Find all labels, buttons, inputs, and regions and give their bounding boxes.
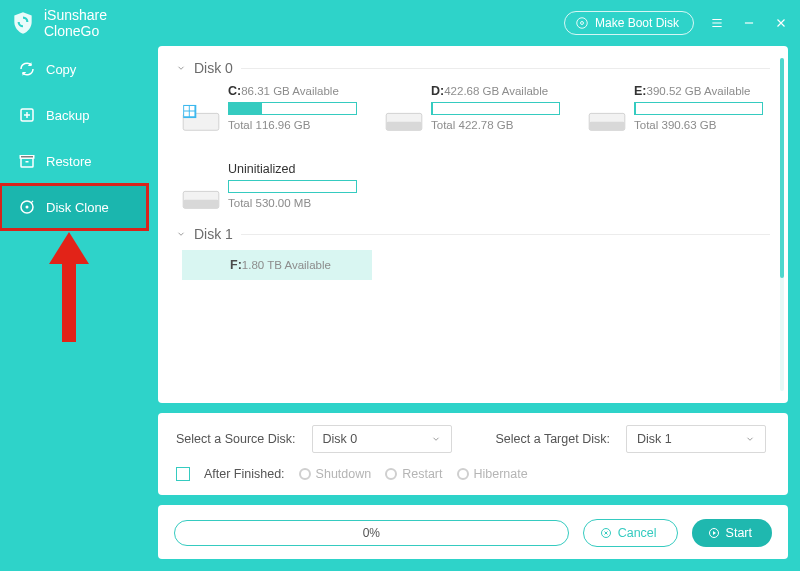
close-button[interactable] xyxy=(772,14,790,32)
source-disk-dropdown[interactable]: Disk 0 xyxy=(312,425,452,453)
sidebar-item-copy[interactable]: Copy xyxy=(0,46,148,92)
drive-icon xyxy=(385,104,423,134)
button-label: Cancel xyxy=(618,526,657,540)
drive-avail: 390.52 GB Available xyxy=(647,85,751,97)
radio-label: Hibernate xyxy=(474,467,528,481)
main-area: Disk 0 C:86.31 GB Available Total 116.96… xyxy=(158,46,788,559)
radio-icon xyxy=(457,468,469,480)
svg-rect-14 xyxy=(183,200,219,208)
radio-restart[interactable]: Restart xyxy=(385,467,442,481)
disk-header-0[interactable]: Disk 0 xyxy=(176,60,770,76)
svg-point-5 xyxy=(26,206,29,209)
after-finished-label: After Finished: xyxy=(204,467,285,481)
refresh-icon xyxy=(18,60,36,78)
disk-header-1[interactable]: Disk 1 xyxy=(176,226,770,242)
cd-icon xyxy=(575,16,589,30)
drive-icon xyxy=(182,182,220,212)
target-disk-label: Select a Target Disk: xyxy=(496,432,610,446)
drive-avail: 422.68 GB Available xyxy=(444,85,548,97)
disk-clone-icon xyxy=(18,198,36,216)
partitions-row-1: F:1.80 TB Available xyxy=(182,250,770,280)
os-drive-icon xyxy=(182,104,220,134)
drive-avail: 1.80 TB Available xyxy=(242,259,331,271)
cancel-icon xyxy=(600,527,612,539)
partitions-row-0: C:86.31 GB Available Total 116.96 GB D:4… xyxy=(182,84,770,212)
selection-panel: Select a Source Disk: Disk 0 Select a Ta… xyxy=(158,413,788,495)
drive-total: Total 390.63 GB xyxy=(634,119,763,131)
disk-name: Disk 0 xyxy=(194,60,233,76)
radio-label: Shutdown xyxy=(316,467,372,481)
cancel-button[interactable]: Cancel xyxy=(583,519,678,547)
chevron-down-icon xyxy=(176,63,186,73)
scrollbar-thumb[interactable] xyxy=(780,58,784,278)
disk-list-panel: Disk 0 C:86.31 GB Available Total 116.96… xyxy=(158,46,788,403)
divider xyxy=(241,234,770,235)
sidebar-item-label: Disk Clone xyxy=(46,200,109,215)
close-icon xyxy=(774,16,788,30)
svg-point-1 xyxy=(581,22,584,25)
drive-avail: 86.31 GB Available xyxy=(241,85,339,97)
usage-bar xyxy=(228,180,357,193)
drive-total: Total 530.00 MB xyxy=(228,197,357,209)
minimize-button[interactable] xyxy=(740,14,758,32)
button-label: Start xyxy=(726,526,752,540)
usage-bar xyxy=(634,102,763,115)
start-button[interactable]: Start xyxy=(692,519,772,547)
footer-panel: 0% Cancel Start xyxy=(158,505,788,559)
drive-letter: D: xyxy=(431,84,444,98)
sidebar: Copy Backup Restore Disk Clone xyxy=(0,46,148,571)
sidebar-item-label: Restore xyxy=(46,154,92,169)
radio-hibernate[interactable]: Hibernate xyxy=(457,467,528,481)
dropdown-value: Disk 0 xyxy=(323,432,358,446)
drive-avail: Uninitialized xyxy=(228,162,295,176)
drive-icon xyxy=(588,104,626,134)
minimize-icon xyxy=(742,16,756,30)
archive-icon xyxy=(18,152,36,170)
dropdown-value: Disk 1 xyxy=(637,432,672,446)
progress-text: 0% xyxy=(363,526,380,540)
svg-rect-12 xyxy=(589,122,625,130)
drive-letter: C: xyxy=(228,84,241,98)
make-boot-label: Make Boot Disk xyxy=(595,16,679,30)
partition-item[interactable]: Uninitialized Total 530.00 MB xyxy=(182,162,357,212)
partition-item[interactable]: C:86.31 GB Available Total 116.96 GB xyxy=(182,84,357,134)
partition-item[interactable]: E:390.52 GB Available Total 390.63 GB xyxy=(588,84,763,134)
partition-item[interactable]: D:422.68 GB Available Total 422.78 GB xyxy=(385,84,560,134)
drive-letter: E: xyxy=(634,84,647,98)
progress-bar: 0% xyxy=(174,520,569,546)
shield-sync-icon xyxy=(10,10,36,36)
menu-icon xyxy=(710,16,724,30)
chevron-down-icon xyxy=(176,229,186,239)
make-boot-disk-button[interactable]: Make Boot Disk xyxy=(564,11,694,35)
svg-rect-10 xyxy=(386,122,422,130)
radio-shutdown[interactable]: Shutdown xyxy=(299,467,372,481)
sidebar-item-label: Backup xyxy=(46,108,89,123)
radio-label: Restart xyxy=(402,467,442,481)
plus-box-icon xyxy=(18,106,36,124)
chevron-down-icon xyxy=(431,434,441,444)
app-logo: iSunshare CloneGo xyxy=(10,7,107,39)
titlebar: iSunshare CloneGo Make Boot Disk xyxy=(0,0,800,46)
drive-total: Total 116.96 GB xyxy=(228,119,357,131)
after-finished-checkbox[interactable] xyxy=(176,467,190,481)
brand-line2: CloneGo xyxy=(44,23,107,39)
sidebar-item-disk-clone[interactable]: Disk Clone xyxy=(0,184,148,230)
menu-button[interactable] xyxy=(708,14,726,32)
usage-bar xyxy=(431,102,560,115)
usage-bar xyxy=(228,102,357,115)
divider xyxy=(241,68,770,69)
sidebar-item-restore[interactable]: Restore xyxy=(0,138,148,184)
drive-letter: F: xyxy=(230,258,242,272)
target-disk-dropdown[interactable]: Disk 1 xyxy=(626,425,766,453)
source-disk-label: Select a Source Disk: xyxy=(176,432,296,446)
disk-name: Disk 1 xyxy=(194,226,233,242)
sidebar-item-backup[interactable]: Backup xyxy=(0,92,148,138)
sidebar-item-label: Copy xyxy=(46,62,76,77)
svg-point-0 xyxy=(577,18,588,29)
radio-icon xyxy=(385,468,397,480)
radio-icon xyxy=(299,468,311,480)
play-icon xyxy=(708,527,720,539)
drive-total: Total 422.78 GB xyxy=(431,119,560,131)
brand-line1: iSunshare xyxy=(44,7,107,23)
partition-item-selected[interactable]: F:1.80 TB Available xyxy=(182,250,372,280)
